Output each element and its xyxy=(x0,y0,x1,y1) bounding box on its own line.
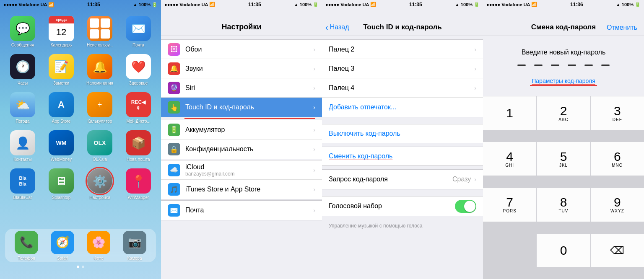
dock-phone-icon: 📞 xyxy=(15,231,38,254)
finger-3[interactable]: Палец 3 › xyxy=(322,59,483,78)
dock-camera-icon: 📷 xyxy=(123,231,146,254)
numpad-key-9[interactable]: 9 WXYZ xyxy=(591,188,644,222)
app-splashtop[interactable]: 🖥 Splashtop xyxy=(45,168,77,200)
passcode-request-item[interactable]: Запрос код-пароля Сразу › xyxy=(322,170,483,189)
numpad-key-7[interactable]: 7 PQRS xyxy=(483,188,536,222)
settings-item-mail[interactable]: ✉️ Почта › xyxy=(161,201,322,220)
status-bar-3: ●●●●● Vodafone UA 📶 11:35 ▲ 100% 🔋 xyxy=(322,0,483,9)
app-reminders[interactable]: Неиспользу... xyxy=(84,16,116,47)
change-passcode-btn[interactable]: Сменить код-пароль xyxy=(322,147,483,166)
dock-safari[interactable]: 🧭 Safari xyxy=(51,231,74,261)
params-underline xyxy=(530,85,597,86)
app-reminders2[interactable]: 🔔 Напоминания xyxy=(84,54,116,85)
dock: 📞 Телефон 🧭 Safari 🌸 Фото 📷 Камера xyxy=(5,229,156,262)
signal-dots: ●●●●● xyxy=(3,2,17,7)
dock-phone[interactable]: 📞 Телефон xyxy=(15,231,38,261)
app-calculator[interactable]: ÷ Калькулятор xyxy=(84,92,116,124)
dock-photos[interactable]: 🌸 Фото xyxy=(87,231,110,261)
numpad-key-4[interactable]: 4 GHI xyxy=(483,142,536,176)
toggle-knob xyxy=(464,201,475,212)
numpad-key-1[interactable]: 1 xyxy=(483,96,536,130)
icloud-title: iCloud xyxy=(185,163,312,171)
app-weather[interactable]: ⛅ Погода xyxy=(7,92,39,124)
numpad: 1 2 ABC 3 DEF 4 GHI 5 JKL 6 MNO 7 PQRS 8 xyxy=(483,96,644,279)
numpad-key-6[interactable]: 6 MNO xyxy=(591,142,644,176)
app-olx[interactable]: OLX OLX.ua xyxy=(84,130,116,162)
app-clock[interactable]: 🕐 Часы xyxy=(7,54,39,85)
app-calendar-label: Календарь xyxy=(51,43,72,47)
app-notes-label: Заметки xyxy=(53,81,69,85)
chevron-battery: › xyxy=(313,127,315,133)
voice-dial-label: Голосовой набор xyxy=(329,202,455,210)
passcode-prompt: Введите новый код-пароль xyxy=(522,49,606,56)
app-dictaphone[interactable]: REC◀ 🎙 Мой Дикто... xyxy=(122,92,154,124)
numpad-key-0[interactable]: 0 xyxy=(537,234,590,267)
numpad-key-3[interactable]: 3 DEF xyxy=(591,96,644,130)
app-appstore[interactable]: A App Store xyxy=(45,92,77,124)
numpad-key-8[interactable]: 8 TUV xyxy=(537,188,590,222)
disable-passcode-btn[interactable]: Выключить код-пароль xyxy=(322,124,483,143)
app-wifimapper[interactable]: 📍 WifiMapper xyxy=(122,168,154,200)
numpad-0-num: 0 xyxy=(560,244,567,257)
voice-dial-toggle[interactable] xyxy=(455,200,476,213)
voice-dial-item[interactable]: Голосовой набор xyxy=(322,196,483,216)
carrier-info: ●●●●● Vodafone UA 📶 xyxy=(3,2,54,8)
passcode-content: Введите новый код-пароль Параметры код-п… xyxy=(483,36,644,93)
settings-item-battery[interactable]: 🔋 Аккумулятор › xyxy=(161,120,322,140)
battery-icon: 🔋 xyxy=(168,124,180,136)
dash-3 xyxy=(551,65,559,66)
app-weather-label: Погода xyxy=(16,119,30,124)
app-settings[interactable]: ⚙️ Настройки xyxy=(84,168,116,200)
battery-info: ▲ 100% 🔋 xyxy=(133,2,158,8)
app-appstore-icon: A xyxy=(49,92,74,117)
app-contacts[interactable]: 👤 Контакты xyxy=(7,130,39,162)
numpad-2-letters: ABC xyxy=(558,117,569,122)
finger-2[interactable]: Палец 2 › xyxy=(322,40,483,59)
numpad-3-letters: DEF xyxy=(613,117,622,122)
touchid-nav-title: Touch ID и код-пароль xyxy=(363,23,442,31)
numpad-key-5[interactable]: 5 JKL xyxy=(537,142,590,176)
settings-title: Настройки xyxy=(222,23,262,31)
app-olx-icon: OLX xyxy=(87,130,112,155)
app-novaposhta-label: Нова пошта xyxy=(127,157,150,162)
app-reminders2-label: Напоминания xyxy=(86,81,113,85)
app-mail[interactable]: ✉️ Почта xyxy=(122,16,154,47)
app-mail-icon: ✉️ xyxy=(126,16,151,41)
settings-item-siri[interactable]: 🔮 Siri › xyxy=(161,78,322,98)
app-appstore-label: App Store xyxy=(52,119,70,124)
passcode-params-link[interactable]: Параметры код-пароля xyxy=(532,78,595,84)
app-calendar[interactable]: среда 12 Календарь xyxy=(45,16,77,47)
app-webmoney[interactable]: WM WebMoney xyxy=(45,130,77,162)
cancel-button[interactable]: Отменить xyxy=(607,24,637,31)
app-wifimapper-icon: 📍 xyxy=(126,168,151,194)
settings-item-sounds[interactable]: 🔔 Звуки › xyxy=(161,59,322,78)
numpad-key-2[interactable]: 2 ABC xyxy=(537,96,590,130)
chevron-wallpaper: › xyxy=(313,46,315,53)
app-blablacar-label: BlaBlaCar xyxy=(13,195,32,200)
dash-2 xyxy=(534,65,543,66)
app-notes[interactable]: 📝 Заметки xyxy=(45,54,77,85)
settings-item-privacy[interactable]: 🔒 Конфиденциальность › xyxy=(161,140,322,159)
settings-section-general: 🖼 Обои › 🔔 Звуки › 🔮 Siri › xyxy=(161,39,322,117)
numpad-key-backspace[interactable]: ⌫ xyxy=(591,234,644,267)
add-fingerprint-label: Добавить отпечаток... xyxy=(329,103,396,111)
dock-camera[interactable]: 📷 Камера xyxy=(123,231,146,261)
dock-camera-label: Камера xyxy=(127,256,142,261)
back-button[interactable]: ‹ Назад xyxy=(325,23,349,31)
page-indicator xyxy=(0,266,161,268)
app-messages[interactable]: 💬 Сообщения xyxy=(7,16,39,47)
app-novaposhta-icon: 📦 xyxy=(126,130,151,155)
settings-item-wallpaper[interactable]: 🖼 Обои › xyxy=(161,40,322,59)
add-fingerprint[interactable]: Добавить отпечаток... xyxy=(322,98,483,117)
app-health[interactable]: ❤️ Здоровье xyxy=(122,54,154,85)
numpad-key-empty xyxy=(483,234,536,267)
app-novaposhta[interactable]: 📦 Нова пошта xyxy=(122,130,154,162)
settings-item-touchid[interactable]: 👆 Touch ID и код-пароль › xyxy=(161,98,322,117)
settings-item-itunes[interactable]: 🎵 iTunes Store и App Store › xyxy=(161,180,322,199)
dash-4 xyxy=(568,65,576,66)
finger-4[interactable]: Палец 4 › xyxy=(322,78,483,98)
settings-item-icloud[interactable]: ☁️ iCloud banzaycs@gmail.com › xyxy=(161,160,322,180)
time-display: 11:35 xyxy=(87,2,100,8)
app-blablacar[interactable]: BlaBla BlaBlaCar xyxy=(7,168,39,200)
app-messages-icon: 💬 xyxy=(10,16,35,41)
